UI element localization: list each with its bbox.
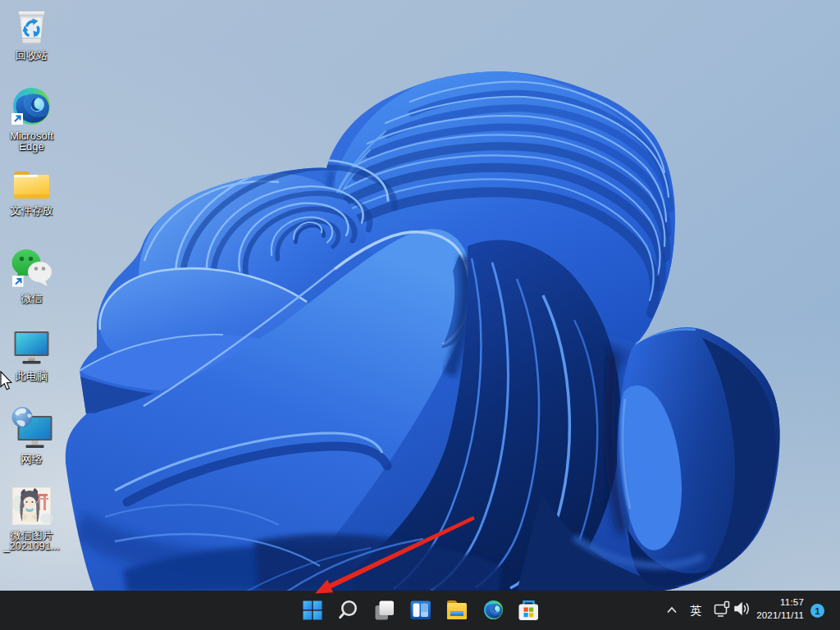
svg-text:1: 1: [815, 606, 820, 616]
svg-text:英: 英: [690, 604, 701, 617]
